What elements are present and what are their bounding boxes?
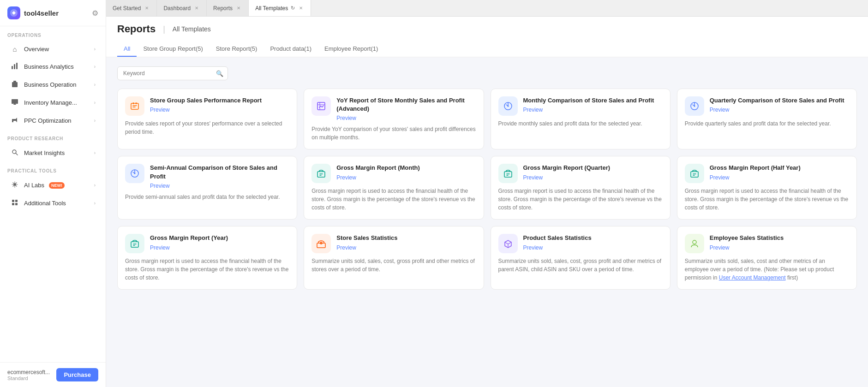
chevron-icon: › bbox=[94, 64, 96, 69]
card-title: Store Sales Statistics bbox=[336, 234, 476, 242]
svg-rect-8 bbox=[15, 85, 16, 86]
section-label-product-research: PRODUCT RESEARCH bbox=[0, 130, 106, 144]
preview-link[interactable]: Preview bbox=[523, 244, 543, 251]
report-card-gross-margin-year[interactable]: Gross Margin Report (Year) Preview Gross… bbox=[117, 226, 297, 290]
settings-button[interactable]: ⚙ bbox=[92, 9, 98, 18]
preview-link[interactable]: Preview bbox=[336, 174, 356, 181]
search-input[interactable] bbox=[117, 66, 228, 80]
card-desc: Provide quarterly sales and profit data … bbox=[685, 119, 849, 128]
report-card-quarterly[interactable]: Quarterly Comparison of Store Sales and … bbox=[677, 89, 857, 149]
card-desc: Summarize units sold, sales, cost and ot… bbox=[685, 257, 849, 282]
search-button[interactable]: 🔍 bbox=[216, 70, 223, 77]
preview-link[interactable]: Preview bbox=[523, 174, 543, 181]
sidebar-item-additional-tools[interactable]: Additional Tools › bbox=[3, 195, 103, 212]
user-account-management-link[interactable]: User Account Management bbox=[719, 274, 786, 281]
filter-tab-employee-report[interactable]: Employee Report(1) bbox=[318, 42, 384, 57]
page-header: Reports | All Templates All Store Group … bbox=[106, 17, 868, 57]
svg-rect-9 bbox=[13, 81, 16, 83]
report-card-semi-annual[interactable]: Semi-Annual Comparison of Store Sales an… bbox=[117, 156, 297, 220]
preview-link[interactable]: Preview bbox=[150, 244, 170, 251]
card-icon bbox=[311, 234, 331, 253]
tab-close-icon[interactable]: ✕ bbox=[144, 5, 150, 12]
tab-dashboard[interactable]: Dashboard ✕ bbox=[157, 0, 207, 16]
preview-link[interactable]: Preview bbox=[710, 174, 730, 181]
report-card-store-sales-statistics[interactable]: Store Sales Statistics Preview Summarize… bbox=[304, 226, 484, 290]
sidebar-item-ai-labs[interactable]: AI Labs NEW! › bbox=[3, 177, 103, 194]
purchase-button[interactable]: Purchase bbox=[56, 368, 98, 381]
sidebar-item-business-operation[interactable]: Business Operation › bbox=[3, 76, 103, 93]
preview-link[interactable]: Preview bbox=[150, 107, 170, 113]
report-card-gross-margin-month[interactable]: Gross Margin Report (Month) Preview Gros… bbox=[304, 156, 484, 220]
tab-close-icon[interactable]: ✕ bbox=[235, 5, 242, 12]
report-card-gross-margin-half-year[interactable]: Gross Margin Report (Half Year) Preview … bbox=[677, 156, 857, 220]
tab-reports[interactable]: Reports ✕ bbox=[207, 0, 249, 16]
svg-rect-13 bbox=[12, 121, 13, 122]
svg-rect-20 bbox=[15, 203, 18, 205]
card-title: Product Sales Statistics bbox=[523, 234, 663, 242]
chevron-icon: › bbox=[94, 82, 96, 87]
preview-link[interactable]: Preview bbox=[336, 244, 356, 251]
card-icon bbox=[498, 96, 518, 116]
svg-point-53 bbox=[693, 240, 696, 244]
card-title: Monthly Comparison of Store Sales and Pr… bbox=[523, 96, 663, 105]
new-badge: NEW! bbox=[49, 182, 65, 189]
card-title: YoY Report of Store Monthly Sales and Pr… bbox=[336, 96, 476, 113]
report-card-yoy[interactable]: YoY Report of Store Monthly Sales and Pr… bbox=[304, 89, 484, 149]
tab-label: Dashboard bbox=[163, 5, 191, 12]
content-area: 🔍 Stor bbox=[106, 57, 868, 387]
plan-label: Standard bbox=[7, 375, 50, 381]
sidebar-header: tool4seller ⚙ bbox=[0, 0, 106, 26]
filter-tab-product-data[interactable]: Product data(1) bbox=[263, 42, 318, 57]
page-subtitle[interactable]: All Templates bbox=[173, 25, 211, 33]
card-desc: Provide YoY comparison of your stores' s… bbox=[311, 125, 476, 142]
svg-rect-4 bbox=[12, 82, 18, 87]
card-icon bbox=[125, 96, 144, 116]
chevron-icon: › bbox=[94, 150, 96, 155]
card-desc: Provide monthly sales and profit data fo… bbox=[498, 119, 663, 128]
sidebar-item-market-insights[interactable]: Market Insights › bbox=[3, 144, 103, 161]
filter-tab-all[interactable]: All bbox=[117, 42, 137, 57]
filter-tab-store-report[interactable]: Store Report(5) bbox=[210, 42, 264, 57]
report-card-product-sales-statistics[interactable]: Product Sales Statistics Preview Summari… bbox=[491, 226, 670, 290]
sidebar-item-overview[interactable]: ⌂ Overview › bbox=[3, 41, 103, 57]
card-icon bbox=[685, 96, 704, 116]
preview-link[interactable]: Preview bbox=[710, 107, 730, 113]
report-card-monthly[interactable]: Monthly Comparison of Store Sales and Pr… bbox=[491, 89, 670, 149]
filter-tab-store-group[interactable]: Store Group Report(5) bbox=[137, 42, 209, 57]
report-card-store-group-sales[interactable]: Store Group Sales Performance Report Pre… bbox=[117, 89, 297, 149]
svg-rect-25 bbox=[136, 102, 137, 104]
chevron-icon: › bbox=[94, 183, 96, 188]
card-icon bbox=[125, 234, 144, 253]
svg-rect-19 bbox=[12, 203, 14, 205]
logo-area: tool4seller bbox=[7, 6, 59, 19]
tab-close-icon[interactable]: ✕ bbox=[298, 5, 304, 12]
report-card-gross-margin-quarter[interactable]: Gross Margin Report (Quarter) Preview Gr… bbox=[491, 156, 670, 220]
chevron-icon: › bbox=[94, 201, 96, 206]
svg-rect-21 bbox=[131, 103, 138, 109]
svg-rect-12 bbox=[14, 104, 16, 105]
card-desc: Summarize units sold, sales, cost, gross… bbox=[498, 257, 663, 274]
svg-rect-3 bbox=[16, 63, 18, 69]
card-icon bbox=[498, 164, 518, 183]
tab-get-started[interactable]: Get Started ✕ bbox=[106, 0, 157, 16]
tab-close-icon[interactable]: ✕ bbox=[193, 5, 200, 12]
sidebar-item-ppc[interactable]: PPC Optimization › bbox=[3, 112, 103, 129]
card-desc: Gross margin report is used to access th… bbox=[311, 187, 476, 212]
card-title: Store Group Sales Performance Report bbox=[150, 96, 289, 105]
sidebar-item-inventory[interactable]: Inventory Manage... › bbox=[3, 94, 103, 111]
chevron-icon: › bbox=[94, 47, 96, 52]
report-card-employee-sales-statistics[interactable]: Employee Sales Statistics Preview Summar… bbox=[677, 226, 857, 290]
preview-link[interactable]: Preview bbox=[150, 183, 170, 189]
search-bar: 🔍 bbox=[117, 66, 857, 80]
svg-point-33 bbox=[507, 106, 509, 107]
sidebar-item-business-analytics[interactable]: Business Analytics › bbox=[3, 58, 103, 75]
preview-link[interactable]: Preview bbox=[710, 244, 730, 251]
preview-link[interactable]: Preview bbox=[336, 115, 356, 121]
card-desc: Provide semi-annual sales and profit dat… bbox=[125, 193, 289, 201]
footer-user: ecommercesoft... Standard bbox=[7, 369, 50, 381]
page-title: Reports bbox=[117, 23, 156, 35]
sidebar-footer: ecommercesoft... Standard Purchase bbox=[0, 362, 106, 387]
preview-link[interactable]: Preview bbox=[523, 107, 543, 113]
tab-all-templates[interactable]: All Templates ↻ ✕ bbox=[249, 0, 311, 16]
refresh-icon[interactable]: ↻ bbox=[291, 5, 295, 11]
